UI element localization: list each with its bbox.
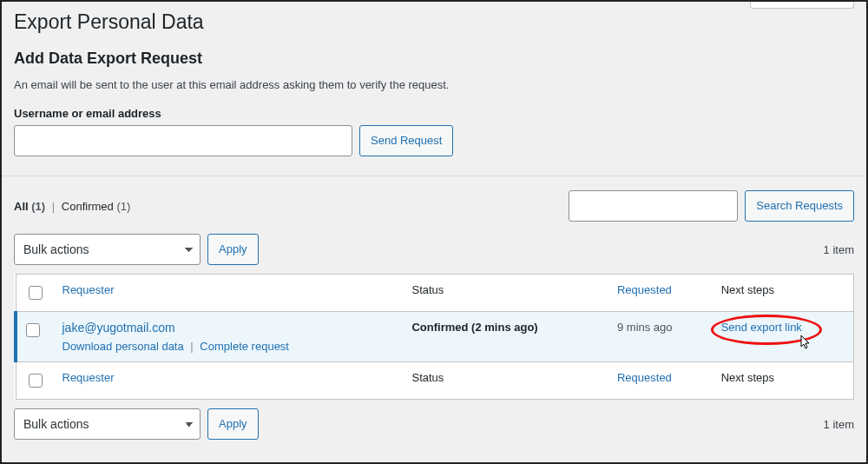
- section-description: An email will be sent to the user at thi…: [14, 78, 854, 91]
- screen-options-tab[interactable]: [750, 0, 854, 9]
- username-label: Username or email address: [14, 107, 854, 120]
- bulk-actions-select-top[interactable]: Bulk actions: [14, 234, 201, 265]
- col-requester-foot[interactable]: Requester: [54, 362, 404, 400]
- col-requester[interactable]: Requester: [54, 275, 404, 312]
- requests-table: Requester Status Requested Next steps ja…: [14, 274, 854, 400]
- requester-email[interactable]: jake@yugotmail.com: [62, 321, 175, 335]
- cursor-icon: [798, 335, 812, 352]
- send-request-button[interactable]: Send Request: [359, 125, 453, 156]
- filter-tabs: All (1) | Confirmed (1): [14, 200, 130, 213]
- send-export-link[interactable]: Send export link: [721, 321, 802, 334]
- requested-cell: 9 mins ago: [608, 312, 713, 362]
- apply-button-top[interactable]: Apply: [207, 234, 259, 265]
- col-next-steps: Next steps: [713, 275, 854, 312]
- section-subtitle: Add Data Export Request: [14, 50, 854, 68]
- col-next-steps-foot: Next steps: [713, 362, 854, 400]
- filter-all[interactable]: All (1): [14, 200, 45, 213]
- select-all-top[interactable]: [29, 286, 43, 300]
- select-all-bottom[interactable]: [29, 374, 43, 388]
- filter-confirmed[interactable]: Confirmed (1): [62, 200, 130, 213]
- row-checkbox[interactable]: [26, 323, 40, 337]
- complete-request-link[interactable]: Complete request: [200, 340, 289, 353]
- item-count-top: 1 item: [824, 243, 854, 256]
- download-data-link[interactable]: Download personal data: [62, 340, 184, 353]
- col-status: Status: [403, 275, 608, 312]
- search-input[interactable]: [569, 190, 738, 222]
- username-input[interactable]: [14, 125, 352, 156]
- page-title: Export Personal Data: [14, 10, 854, 34]
- table-row: jake@yugotmail.com Download personal dat…: [16, 312, 854, 362]
- col-requested[interactable]: Requested: [608, 275, 713, 312]
- col-status-foot: Status: [403, 362, 608, 400]
- divider: [2, 176, 866, 176]
- bulk-actions-select-bottom[interactable]: Bulk actions: [14, 408, 201, 440]
- col-requested-foot[interactable]: Requested: [608, 362, 713, 400]
- status-cell: Confirmed (2 mins ago): [403, 312, 608, 362]
- search-button[interactable]: Search Requests: [745, 190, 854, 222]
- apply-button-bottom[interactable]: Apply: [207, 408, 259, 440]
- item-count-bottom: 1 item: [824, 418, 854, 431]
